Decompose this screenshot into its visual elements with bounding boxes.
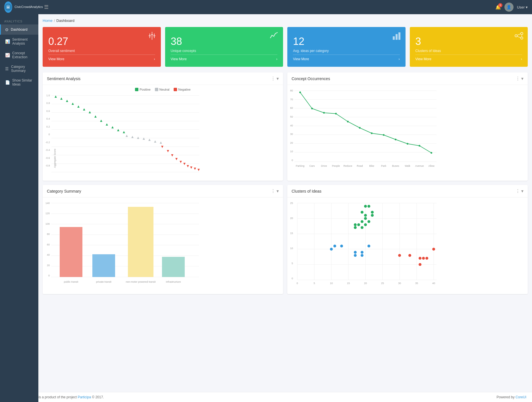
cluster-green-point <box>367 220 370 223</box>
cluster-green-point <box>354 226 357 229</box>
app-logo: 🏛 <box>4 1 12 13</box>
category-icon: ☰ <box>5 66 9 71</box>
sidebar-item-category[interactable]: ☰ Category Summary <box>0 62 38 76</box>
sentiment-chart-title: Sentiment Analysis <box>47 76 80 81</box>
clusters-view-more[interactable]: View More › <box>415 55 522 61</box>
sidebar-item-similar[interactable]: 📄 Show Similar Ideas <box>0 76 38 89</box>
category-chart-menu[interactable]: ⋮ ▾ <box>271 188 279 194</box>
svg-point-12 <box>521 32 523 35</box>
svg-text:🏛: 🏛 <box>6 5 10 9</box>
clusters-chart-menu[interactable]: ⋮ ▾ <box>516 188 523 194</box>
svg-point-13 <box>521 37 523 39</box>
sidebar-label-category: Category Summary <box>11 65 34 73</box>
svg-marker-55 <box>194 168 196 170</box>
sentiment-chart-body: Positive Neutral Negative 1.0 0.8 <box>43 85 283 181</box>
avg-ideas-card-icon <box>392 31 401 42</box>
category-chart-card: Category Summary ⋮ ▾ 140 120 100 80 60 4… <box>43 185 283 294</box>
cluster-blue-point <box>354 251 357 254</box>
svg-point-75 <box>407 143 408 145</box>
cluster-blue-point <box>361 254 363 257</box>
concept-chart-menu[interactable]: ⋮ ▾ <box>516 76 523 81</box>
footer-right: Powered by CoreUI <box>496 395 526 399</box>
svg-text:Road: Road <box>357 164 363 167</box>
svg-point-73 <box>383 134 385 136</box>
svg-point-71 <box>359 127 361 129</box>
svg-marker-48 <box>167 150 169 152</box>
clusters-value: 3 <box>415 36 522 47</box>
sentiment-chart-menu[interactable]: ⋮ ▾ <box>271 76 279 81</box>
bar-nonmotor-transit <box>128 207 153 277</box>
sidebar-item-dashboard[interactable]: ⊙ Dashboard <box>0 24 38 35</box>
cluster-red-point <box>408 254 411 257</box>
footer-participa-link[interactable]: Participa <box>78 395 91 399</box>
cluster-green-point <box>367 205 370 208</box>
svg-point-67 <box>311 108 313 109</box>
svg-marker-42 <box>137 137 139 139</box>
cluster-blue-point <box>333 245 336 247</box>
svg-marker-34 <box>94 115 97 118</box>
bar-public-transit <box>60 227 82 277</box>
clusters-chart-body: 25 20 15 10 5 0 <box>287 197 528 291</box>
concept-icon: 📈 <box>5 53 10 57</box>
svg-point-70 <box>347 121 349 122</box>
sidebar-label-sentiment: Sentiment Analysis <box>12 38 34 45</box>
concept-svg: Parking Cars Drive People Reduce Road Bi… <box>294 88 439 173</box>
category-chart-title: Category Summary <box>47 189 81 193</box>
sidebar-label-dashboard: Dashboard <box>11 28 28 32</box>
cluster-green-point <box>364 205 367 208</box>
svg-marker-28 <box>60 97 63 100</box>
svg-marker-50 <box>175 158 178 160</box>
neutral-label: Neutral <box>159 88 169 91</box>
sidebar: ANALYTICS ⊙ Dashboard 📊 Sentiment Analys… <box>0 14 38 402</box>
footer-coreui-link[interactable]: CoreUI <box>516 395 526 399</box>
user-avatar[interactable]: 👤 <box>504 3 514 12</box>
sidebar-toggle[interactable]: ☰ <box>44 4 49 10</box>
svg-marker-33 <box>89 111 91 113</box>
navbar: 🏛 CivicCrowdAnalytics ☰ 🔔 6 👤 User ▾ <box>0 0 532 14</box>
sentiment-card-icon <box>147 31 157 42</box>
breadcrumb: Home / Dashboard <box>43 18 528 23</box>
cluster-red-point <box>398 254 401 257</box>
concepts-card-icon <box>270 31 279 42</box>
navbar-brand: 🏛 CivicCrowdAnalytics <box>4 1 43 13</box>
notification-bell[interactable]: 🔔 6 <box>495 5 501 10</box>
app-name: CivicCrowdAnalytics <box>14 5 43 9</box>
user-menu[interactable]: User ▾ <box>517 5 528 9</box>
main-content: Home / Dashboard 0.27 Overall sentiment … <box>38 14 532 392</box>
svg-text:15: 15 <box>347 282 350 285</box>
svg-marker-36 <box>106 123 108 126</box>
svg-marker-54 <box>190 166 192 169</box>
breadcrumb-home[interactable]: Home <box>43 18 53 23</box>
sidebar-item-sentiment[interactable]: 📊 Sentiment Analysis <box>0 35 38 48</box>
sentiment-view-more[interactable]: View More › <box>48 55 155 61</box>
clusters-card-icon <box>514 31 523 42</box>
svg-marker-49 <box>171 154 173 157</box>
concepts-value: 38 <box>171 36 278 47</box>
svg-text:Avenue: Avenue <box>415 164 424 167</box>
sidebar-item-concept[interactable]: 📈 Concept Extraction <box>0 48 38 62</box>
svg-text:40: 40 <box>432 282 435 285</box>
notification-badge: 6 <box>498 3 502 7</box>
svg-text:Allow: Allow <box>428 164 435 167</box>
svg-marker-32 <box>83 108 85 111</box>
category-svg: public transit private transit non-motor… <box>51 200 202 291</box>
svg-text:10: 10 <box>330 282 333 285</box>
svg-text:Cars: Cars <box>309 164 315 167</box>
cluster-blue-point <box>354 254 357 257</box>
svg-marker-52 <box>183 163 186 165</box>
neutral-dot <box>155 88 158 91</box>
svg-point-72 <box>371 132 373 134</box>
svg-point-74 <box>395 139 396 140</box>
svg-marker-31 <box>77 105 80 108</box>
svg-text:public transit: public transit <box>64 280 78 283</box>
concepts-view-more[interactable]: View More › <box>171 55 278 61</box>
cluster-green-point <box>357 223 360 226</box>
category-chart-body: 140 120 100 80 60 40 20 0 <box>43 197 283 294</box>
avg-ideas-view-more[interactable]: View More › <box>293 55 400 61</box>
svg-text:Reduce: Reduce <box>344 164 352 167</box>
cluster-green-point <box>371 214 374 217</box>
svg-point-77 <box>431 152 432 154</box>
svg-text:35: 35 <box>415 282 418 285</box>
svg-marker-35 <box>100 120 102 122</box>
svg-marker-43 <box>143 138 145 140</box>
